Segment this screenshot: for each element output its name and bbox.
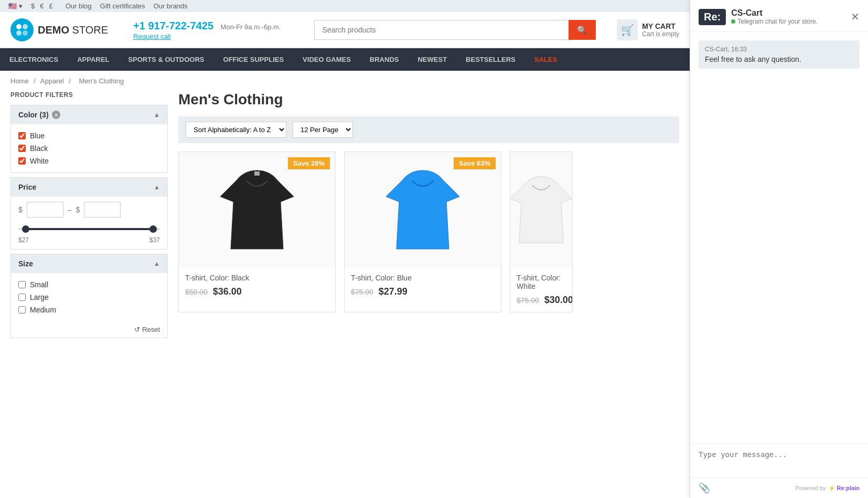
svg-point-1 (23, 24, 28, 29)
size-filter-small[interactable]: Small (18, 278, 160, 291)
nav-brands[interactable]: BRANDS (360, 48, 409, 71)
size-small-label: Small (30, 280, 48, 289)
size-small-checkbox[interactable] (18, 281, 26, 288)
product-new-price-white: $30.00 (544, 295, 573, 306)
size-filter-medium[interactable]: Medium (18, 304, 160, 316)
search-icon: 🔍 (577, 26, 587, 35)
chat-title: CS-Cart (731, 8, 818, 18)
price-filter-title: Price (18, 183, 36, 191)
products-area: Men's Clothing Sort Alphabetically: A to… (178, 91, 679, 342)
color-white-label: White (30, 157, 49, 165)
nav-sales[interactable]: SALES (525, 48, 566, 71)
sidebar: PRODUCT FILTERS Color (3) ✕ ▲ Blue (10, 91, 168, 342)
color-black-checkbox[interactable] (18, 145, 26, 152)
price-min-input[interactable]: 27 (27, 202, 63, 218)
nav-newest[interactable]: NEWEST (408, 48, 456, 71)
cart-sub: Cart is empty (642, 30, 679, 38)
cart-area[interactable]: 🛒 MY CART Cart is empty (617, 19, 679, 40)
size-large-label: Large (30, 293, 49, 301)
color-filter-header[interactable]: Color (3) ✕ ▲ (11, 105, 167, 124)
product-card-white[interactable]: T-shirt, Color: White $75.00 $30.00 (510, 151, 573, 312)
size-filter-large[interactable]: Large (18, 291, 160, 304)
cart-icon[interactable]: 🛒 (617, 19, 638, 40)
color-filter-section: Color (3) ✕ ▲ Blue Black (10, 105, 168, 173)
breadcrumb-apparel[interactable]: Apparel (40, 77, 64, 85)
logo-icon (10, 18, 34, 41)
price-filter-header[interactable]: Price ▲ (11, 178, 167, 197)
nav-videogames[interactable]: VIDEO GAMES (293, 48, 360, 71)
color-filter-clear[interactable]: ✕ (52, 111, 60, 119)
product-info-white: T-shirt, Color: White $75.00 $30.00 (510, 267, 572, 312)
gift-certificates-link[interactable]: Gift certificates (100, 2, 145, 10)
color-blue-checkbox[interactable] (18, 132, 26, 139)
per-page-select[interactable]: 12 Per Page (293, 122, 353, 138)
flag-icon: 🇺🇸 (8, 2, 17, 10)
search-button[interactable]: 🔍 (569, 20, 596, 40)
sort-bar: Sort Alphabetically: A to Z 12 Per Page (178, 116, 679, 143)
breadcrumb-home[interactable]: Home (10, 77, 29, 85)
chat-close-button[interactable]: ✕ (851, 10, 860, 23)
chat-header: Re: CS-Cart Telegram chat for your store… (690, 0, 868, 32)
product-image-blue: Save 63% (345, 152, 501, 267)
color-filter-title: Color (3) (18, 111, 49, 119)
color-white-checkbox[interactable] (18, 157, 26, 165)
nav-bestsellers[interactable]: BESTSELLERS (456, 48, 525, 71)
tshirt-black-image (220, 165, 294, 254)
chat-sender: CS-Cart, 16:33 (705, 46, 853, 53)
color-filter-black[interactable]: Black (18, 142, 160, 155)
product-card-blue[interactable]: Save 63% T-shirt, Color: Blue $75.00 $27… (344, 151, 501, 312)
price-min-label: $27 (18, 236, 29, 244)
price-filter-section: Price ▲ $ 27 – $ 37 (10, 177, 168, 250)
nav-office[interactable]: OFFICE SUPPLIES (214, 48, 294, 71)
nav-sports[interactable]: SPORTS & OUTDOORS (119, 48, 213, 71)
save-badge-black: Save 28% (288, 157, 330, 169)
color-black-label: Black (30, 144, 48, 153)
product-new-price-blue: $27.99 (379, 286, 408, 297)
reset-button[interactable]: ↺ Reset (134, 326, 160, 333)
price-slider-track (18, 228, 160, 230)
price-slider-left-handle[interactable] (22, 225, 29, 233)
reset-row: ↺ Reset (11, 321, 167, 338)
product-card-black[interactable]: Save 28% T-shirt, Color: Black (178, 151, 336, 312)
main-content: PRODUCT FILTERS Color (3) ✕ ▲ Blue (0, 91, 690, 353)
product-prices-white: $75.00 $30.00 (517, 295, 566, 306)
product-info-black: T-shirt, Color: Black $50.00 $36.00 (179, 267, 335, 304)
color-filter-white[interactable]: White (18, 155, 160, 167)
blog-link[interactable]: Our blog (66, 2, 92, 10)
color-blue-label: Blue (30, 132, 45, 140)
chat-message-1: CS-Cart, 16:33 Feel free to ask any ques… (699, 40, 860, 69)
size-filter-body: Small Large Medium (11, 273, 167, 321)
request-call-link[interactable]: Request call (133, 33, 171, 40)
nav-electronics[interactable]: ELECTRONICS (0, 48, 68, 71)
search-input[interactable] (314, 20, 569, 40)
brands-link[interactable]: Our brands (154, 2, 188, 10)
currency-gbp[interactable]: £ (49, 2, 52, 10)
size-filter-header[interactable]: Size ▲ (11, 254, 167, 273)
product-image-black: Save 28% (179, 152, 335, 267)
cart-text: MY CART Cart is empty (642, 22, 679, 38)
logo[interactable]: DEMO STORE (10, 18, 108, 41)
currency-eur[interactable]: € (40, 2, 44, 10)
price-slider[interactable] (18, 224, 160, 234)
currency-selector: $ € £ (31, 2, 53, 10)
price-inputs: $ 27 – $ 37 (18, 202, 160, 218)
flag-selector[interactable]: 🇺🇸 ▾ (8, 2, 23, 10)
re-badge: Re: (699, 9, 726, 25)
svg-point-2 (16, 30, 22, 36)
price-slider-right-handle[interactable] (149, 225, 157, 233)
chat-subtitle-text: Telegram chat for your store. (737, 18, 818, 25)
chat-messages: CS-Cart, 16:33 Feel free to ask any ques… (690, 32, 868, 353)
top-links: Our blog Gift certificates Our brands (66, 2, 188, 10)
color-filter-chevron: ▲ (154, 111, 160, 118)
price-max-input[interactable]: 37 (84, 202, 121, 218)
cart-title: MY CART (642, 22, 679, 30)
breadcrumb: Home / Apparel / Men's Clothing (0, 71, 690, 91)
sort-select[interactable]: Sort Alphabetically: A to Z (186, 122, 286, 138)
size-medium-checkbox[interactable] (18, 306, 26, 313)
price-filter-body: $ 27 – $ 37 $27 (11, 197, 167, 249)
size-large-checkbox[interactable] (18, 294, 26, 301)
nav-apparel[interactable]: APPAREL (68, 48, 119, 71)
price-max-label: $37 (149, 236, 160, 244)
color-filter-blue[interactable]: Blue (18, 129, 160, 142)
currency-usd[interactable]: $ (31, 2, 35, 10)
